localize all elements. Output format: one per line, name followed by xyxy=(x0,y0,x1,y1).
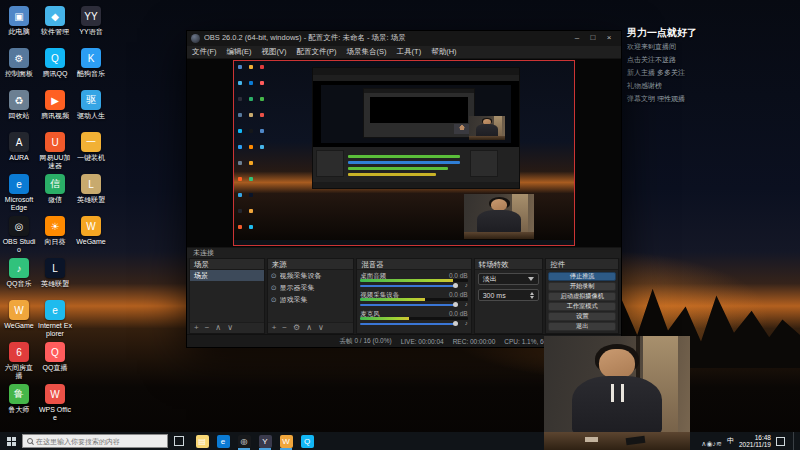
slider-handle[interactable] xyxy=(453,302,458,307)
clock[interactable]: 16:48 2021/11/19 xyxy=(739,434,771,448)
scenes-tool-button[interactable]: + xyxy=(194,323,199,333)
exit-button[interactable]: 退出 xyxy=(548,322,616,331)
source-item[interactable]: ⊙显示器采集 xyxy=(268,282,354,294)
desktop-icon-league-of-legends[interactable]: L英雄联盟 xyxy=(38,258,72,288)
source-item[interactable]: ⊙游戏采集 xyxy=(268,294,354,306)
desktop-icon-ludashi[interactable]: 鲁鲁大师 xyxy=(2,384,36,414)
desktop-icon-aura[interactable]: AAURA xyxy=(2,132,36,162)
visibility-icon[interactable]: ⊙ xyxy=(271,296,277,304)
mini-desktop-icon xyxy=(260,97,264,101)
menu-item-6[interactable]: 帮助(H) xyxy=(426,45,461,58)
virtual-camera-button[interactable]: 启动虚拟摄像机 xyxy=(548,292,616,301)
volume-slider[interactable]: ♪ xyxy=(360,302,467,308)
desktop-icon-recycle-bin[interactable]: ♻回收站 xyxy=(2,90,36,120)
desktop-icon-sunlogin[interactable]: ☀向日葵 xyxy=(38,216,72,246)
desktop-icon-driver-life[interactable]: 驱驱动人生 xyxy=(74,90,108,120)
studio-mode-button[interactable]: 工作室模式 xyxy=(548,302,616,311)
menu-item-5[interactable]: 工具(T) xyxy=(392,45,427,58)
desktop-icon-microsoft-edge[interactable]: eMicrosoft Edge xyxy=(2,174,36,212)
search-input[interactable] xyxy=(36,435,156,447)
volume-slider[interactable]: ♪ xyxy=(360,321,467,327)
slider-handle[interactable] xyxy=(453,283,458,288)
mini-desktop-icon xyxy=(249,145,253,149)
taskbar-file-explorer[interactable]: ▤ xyxy=(194,432,210,450)
close-button[interactable]: × xyxy=(601,31,617,45)
tray-icon-3[interactable]: ≋ xyxy=(716,440,722,447)
ime-indicator[interactable]: 中 xyxy=(727,436,734,446)
action-center-button[interactable] xyxy=(776,437,785,446)
sources-tool-button[interactable]: − xyxy=(282,323,287,333)
slider-handle[interactable] xyxy=(453,321,458,326)
desktop-icon-label: 回收站 xyxy=(2,112,36,120)
volume-slider[interactable]: ♪ xyxy=(360,283,467,289)
desktop-icon-kugou-music[interactable]: K酷狗音乐 xyxy=(74,48,108,78)
desktop-icon-internet-explorer[interactable]: eInternet Explorer xyxy=(38,300,72,338)
menu-item-2[interactable]: 视图(V) xyxy=(257,45,292,58)
desktop-icon-qq-live[interactable]: QQQ直播 xyxy=(38,342,72,372)
start-button[interactable] xyxy=(2,432,20,450)
sources-tool-button[interactable]: ∧ xyxy=(306,323,312,333)
desktop-icon-wegame-lol[interactable]: WWeGame xyxy=(74,216,108,246)
obs-preview[interactable] xyxy=(187,59,621,247)
desktop-icon-uu-booster[interactable]: U网易UU加速器 xyxy=(38,132,72,170)
show-desktop-button[interactable] xyxy=(793,432,796,450)
taskbar-search[interactable] xyxy=(22,434,168,448)
visibility-icon[interactable]: ⊙ xyxy=(271,272,277,280)
maximize-button[interactable]: □ xyxy=(585,31,601,45)
menu-item-3[interactable]: 配置文件(P) xyxy=(292,45,342,58)
speaker-icon[interactable]: ♪ xyxy=(465,320,468,326)
minimize-button[interactable]: – xyxy=(569,31,585,45)
taskbar-obs[interactable]: ◎ xyxy=(236,432,252,450)
tencent-qq-icon: Q xyxy=(45,48,65,68)
transition-duration[interactable]: 300 ms xyxy=(478,289,540,301)
desktop-icon-tencent-video[interactable]: ▶腾讯视频 xyxy=(38,90,72,120)
desktop-icon-qq-music[interactable]: ♪QQ音乐 xyxy=(2,258,36,288)
settings-button[interactable]: 设置 xyxy=(548,312,616,321)
desktop-icon-this-pc[interactable]: ▣此电脑 xyxy=(2,6,36,36)
transition-select[interactable]: 淡出 xyxy=(478,273,540,285)
sources-tool-button[interactable]: + xyxy=(272,323,277,333)
source-item[interactable]: ⊙视频采集设备 xyxy=(268,270,354,282)
speaker-icon[interactable]: ♪ xyxy=(465,301,468,307)
obs-titlebar[interactable]: OBS 26.0.2 (64-bit, windows) - 配置文件: 未命名… xyxy=(187,31,621,46)
scene-item[interactable]: 场景 xyxy=(190,270,264,281)
sources-tool-button[interactable]: ∨ xyxy=(318,323,324,333)
scenes-tool-button[interactable]: ∧ xyxy=(215,323,221,333)
desktop-icon-wegame[interactable]: WWeGame xyxy=(2,300,36,330)
visibility-icon[interactable]: ⊙ xyxy=(271,284,277,292)
taskbar-yy[interactable]: Y xyxy=(257,432,273,450)
start-record-button[interactable]: 开始录制 xyxy=(548,282,616,291)
taskbar-wegame[interactable]: W xyxy=(278,432,294,450)
desktop-icon-wechat[interactable]: 信微信 xyxy=(38,174,72,204)
desktop-icon-tencent-qq[interactable]: Q腾讯QQ xyxy=(38,48,72,78)
task-view-button[interactable] xyxy=(174,436,184,446)
desktop-icon-software-manager[interactable]: ◆软件管理 xyxy=(38,6,72,36)
scenes-tool-button[interactable]: ∨ xyxy=(227,323,233,333)
windows-logo-icon xyxy=(7,437,16,446)
desktop-icon-control-panel[interactable]: ⚙控制面板 xyxy=(2,48,36,78)
speaker-icon[interactable]: ♪ xyxy=(465,282,468,288)
menu-item-1[interactable]: 编辑(E) xyxy=(222,45,257,58)
sources-tool-button[interactable]: ⚙ xyxy=(293,323,300,333)
desktop-icon-wps-office[interactable]: WWPS Office xyxy=(38,384,72,422)
desktop-icon-yy-voice[interactable]: YYYY语音 xyxy=(74,6,108,36)
menu-item-4[interactable]: 场景集合(S) xyxy=(342,45,392,58)
taskbar-qq[interactable]: Q xyxy=(299,432,315,450)
scenes-panel-title: 场景 xyxy=(190,259,264,270)
preview-obs-statusbar xyxy=(313,182,519,188)
scenes-tool-button[interactable]: − xyxy=(205,323,210,333)
menu-item-0[interactable]: 文件(F) xyxy=(187,45,222,58)
taskbar-edge[interactable]: e xyxy=(215,432,231,450)
desktop-icon-obs-studio[interactable]: ◎OBS Studio xyxy=(2,216,36,254)
scenes-toolbar: +−∧∨ xyxy=(190,322,264,333)
transitions-body: 淡出 300 ms xyxy=(475,270,543,333)
desktop-icon-lol-client[interactable]: L英雄联盟 xyxy=(74,174,108,204)
transition-value: 淡出 xyxy=(483,274,497,284)
mini-desktop-icon xyxy=(249,161,253,165)
spinner-icon[interactable] xyxy=(530,292,534,299)
desk-item xyxy=(585,437,598,442)
mini-desktop-icon xyxy=(249,65,253,69)
desktop-icon-one-key-install[interactable]: 一一键装机 xyxy=(74,132,108,162)
desktop-icon-six-rooms-live[interactable]: 6六间房直播 xyxy=(2,342,36,380)
stop-stream-button[interactable]: 停止推流 xyxy=(548,272,616,281)
